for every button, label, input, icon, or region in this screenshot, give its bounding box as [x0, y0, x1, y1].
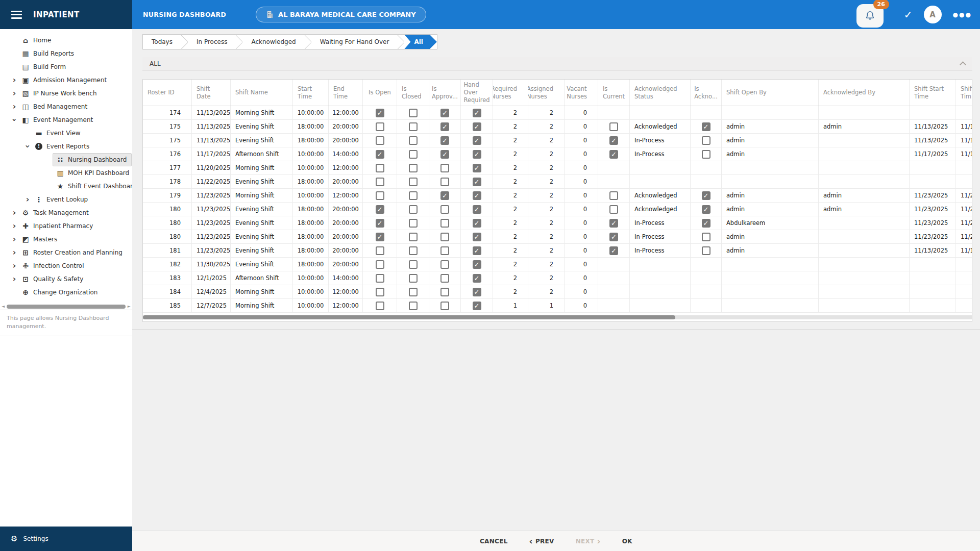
checkbox-is_closed[interactable]	[409, 109, 418, 117]
chevron-down-icon[interactable]: ›	[11, 116, 18, 124]
chevron-right-icon[interactable]: ›	[10, 90, 18, 97]
prev-button[interactable]: ‹ PREV	[529, 538, 554, 545]
checkbox-is_open[interactable]	[376, 260, 384, 269]
checkbox-is_current[interactable]	[609, 205, 618, 214]
collapse-chevron-up-icon[interactable]	[960, 61, 966, 68]
table-row[interactable]: 17511/13/2025Evening Shift18:00:0020:00:…	[143, 134, 972, 147]
checkbox-is_acknowledged[interactable]	[702, 136, 710, 145]
tab-in-process[interactable]: In Process	[188, 35, 236, 49]
checkbox-is_closed[interactable]	[409, 219, 418, 228]
checkbox-is_closed[interactable]	[409, 136, 418, 145]
checkbox-hand_over_required[interactable]: ✓	[473, 178, 481, 186]
checkbox-is_approved[interactable]: ✓	[440, 150, 449, 159]
checkbox-hand_over_required[interactable]: ✓	[473, 164, 481, 172]
column-header-shift_time[interactable]: Shift Tim	[956, 80, 972, 106]
table-row[interactable]: 18111/23/2025Evening Shift18:00:0020:00:…	[143, 244, 972, 258]
chevron-right-icon[interactable]: ›	[10, 103, 18, 110]
checkbox-is_approved[interactable]: ✓	[440, 136, 449, 145]
scroll-left-arrow-icon[interactable]: ◄	[2, 305, 5, 309]
chevron-right-icon[interactable]: ›	[10, 276, 18, 283]
checkbox-is_open[interactable]: ✓	[376, 205, 384, 214]
sidebar-horizontal-scrollbar[interactable]: ◄ ►	[0, 303, 132, 310]
checkbox-is_closed[interactable]	[409, 178, 418, 186]
checkbox-is_acknowledged[interactable]	[702, 246, 710, 255]
sidebar-item-roster-creation-and-planning[interactable]: ›⊞Roster Creation and Planning	[0, 246, 132, 259]
checkbox-is_closed[interactable]	[409, 233, 418, 241]
table-row[interactable]: 18412/4/2025Morning Shift10:00:0012:00:0…	[143, 285, 972, 299]
checkbox-is_open[interactable]	[376, 302, 384, 310]
checkbox-is_approved[interactable]	[440, 219, 449, 228]
checkbox-is_acknowledged[interactable]: ✓	[702, 219, 710, 228]
checkbox-is_approved[interactable]: ✓	[440, 109, 449, 117]
scroll-right-arrow-icon[interactable]: ►	[128, 305, 131, 309]
sidebar-item-home[interactable]: ⌂Home	[0, 34, 132, 47]
column-header-shift_open_by[interactable]: Shift Open By	[722, 80, 819, 106]
next-button[interactable]: NEXT ›	[576, 538, 601, 545]
sidebar-item-quality-safety[interactable]: ›⊡Quality & Safety	[0, 272, 132, 286]
tab-todays[interactable]: Todays	[143, 35, 181, 49]
checkbox-is_approved[interactable]	[440, 260, 449, 269]
checkbox-is_acknowledged[interactable]: ✓	[702, 122, 710, 131]
notifications-button[interactable]: 26	[856, 4, 884, 28]
column-header-shift_name[interactable]: Shift Name	[231, 80, 293, 106]
checkbox-is_approved[interactable]	[440, 233, 449, 241]
checkbox-is_open[interactable]: ✓	[376, 219, 384, 228]
sidebar-item-change-organization[interactable]: ⊕Change Organization	[0, 286, 132, 299]
checkbox-is_open[interactable]	[376, 246, 384, 255]
tab-acknowledged[interactable]: Acknowledged	[242, 35, 304, 49]
checkbox-hand_over_required[interactable]: ✓	[473, 219, 481, 228]
check-icon[interactable]: ✓	[904, 9, 913, 21]
checkbox-is_open[interactable]	[376, 122, 384, 131]
column-header-is_acknowledged[interactable]: Is Ackno...	[691, 80, 722, 106]
column-header-shift_start_time[interactable]: Shift Start Time	[910, 80, 956, 106]
tab-all[interactable]: All	[404, 35, 437, 49]
sidebar-item-nursing-dashboard[interactable]: ∷Nursing Dashboard	[0, 153, 132, 166]
table-row[interactable]: 17711/20/2025Morning Shift10:00:0012:00:…	[143, 161, 972, 175]
checkbox-is_open[interactable]	[376, 274, 384, 283]
table-row[interactable]: 18011/23/2025Evening Shift18:00:0020:00:…	[143, 216, 972, 230]
checkbox-is_approved[interactable]	[440, 302, 449, 310]
hamburger-menu-icon[interactable]	[11, 9, 22, 20]
column-header-roster_id[interactable]: Roster ID	[143, 80, 192, 106]
checkbox-is_approved[interactable]	[440, 274, 449, 283]
table-row[interactable]: 17511/13/2025Evening Shift18:00:0020:00:…	[143, 120, 972, 134]
chevron-right-icon[interactable]: ›	[23, 196, 32, 203]
checkbox-is_current[interactable]: ✓	[609, 233, 618, 241]
section-header[interactable]: ALL	[142, 57, 972, 71]
sidebar-item-bed-management[interactable]: ›◫Bed Management	[0, 100, 132, 113]
sidebar-item-event-view[interactable]: ▬Event View	[0, 127, 132, 140]
sidebar-item-inpatient-pharmacy[interactable]: ›✚Inpatient Pharmacy	[0, 219, 132, 233]
chevron-down-icon[interactable]: ›	[24, 142, 31, 151]
table-row[interactable]: 18011/23/2025Evening Shift18:00:0020:00:…	[143, 203, 972, 216]
checkbox-is_open[interactable]: ✓	[376, 109, 384, 117]
scrollbar-thumb[interactable]	[143, 315, 675, 319]
checkbox-hand_over_required[interactable]: ✓	[473, 302, 481, 310]
checkbox-is_closed[interactable]	[409, 302, 418, 310]
sidebar-item-event-lookup[interactable]: ›⋮Event Lookup	[0, 193, 132, 206]
sidebar-item-ip-nurse-work-bench[interactable]: ›▧IP Nurse Work bench	[0, 87, 132, 100]
column-header-end_time[interactable]: End Time	[329, 80, 363, 106]
checkbox-is_current[interactable]: ✓	[609, 246, 618, 255]
column-header-assigned_nurses[interactable]: Assigned Nurses	[528, 80, 565, 106]
checkbox-is_approved[interactable]: ✓	[440, 122, 449, 131]
checkbox-is_current[interactable]: ✓	[609, 219, 618, 228]
checkbox-is_approved[interactable]	[440, 164, 449, 172]
checkbox-is_approved[interactable]	[440, 246, 449, 255]
checkbox-is_approved[interactable]	[440, 205, 449, 214]
checkbox-is_closed[interactable]	[409, 260, 418, 269]
avatar[interactable]: A	[924, 6, 942, 23]
column-header-shift_date[interactable]: Shift Date	[192, 80, 231, 106]
checkbox-is_open[interactable]	[376, 178, 384, 186]
checkbox-is_closed[interactable]	[409, 205, 418, 214]
sidebar-item-moh-kpi-dashboard[interactable]: ▥MOH KPI Dashboard	[0, 166, 132, 180]
checkbox-is_approved[interactable]	[440, 288, 449, 296]
checkbox-is_approved[interactable]	[440, 178, 449, 186]
checkbox-is_current[interactable]: ✓	[609, 150, 618, 159]
checkbox-is_open[interactable]	[376, 136, 384, 145]
checkbox-hand_over_required[interactable]: ✓	[473, 246, 481, 255]
more-options-icon[interactable]: ●●●	[953, 11, 972, 18]
column-header-is_closed[interactable]: Is Closed	[397, 80, 429, 106]
sidebar-item-event-reports[interactable]: ›!Event Reports	[0, 140, 132, 153]
sidebar-item-event-management[interactable]: ›◧Event Management	[0, 113, 132, 127]
sidebar-item-build-form[interactable]: ▤Build Form	[0, 60, 132, 73]
